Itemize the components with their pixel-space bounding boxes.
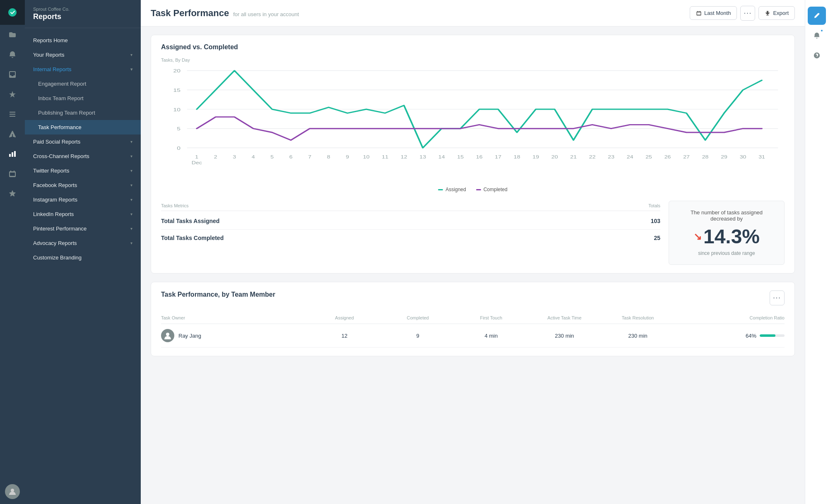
col-header-first-touch: First Touch: [455, 315, 528, 320]
nav-folder-icon[interactable]: [0, 25, 25, 45]
metric-assigned-name: Total Tasks Assigned: [161, 218, 219, 224]
metrics-header-right: Totals: [648, 203, 660, 208]
sidebar-item-paid-social[interactable]: Paid Social Reports ▾: [25, 134, 141, 149]
svg-text:31: 31: [758, 155, 765, 160]
sidebar-title: Reports: [33, 12, 132, 21]
sidebar-item-task-performance[interactable]: Task Performance: [25, 120, 141, 134]
sidebar-item-advocacy[interactable]: Advocacy Reports ▾: [25, 236, 141, 250]
ratio-value: 64%: [746, 333, 756, 339]
svg-text:16: 16: [476, 155, 483, 160]
cell-owner: Ray Jang: [161, 329, 308, 342]
sidebar-item-engagement-report[interactable]: Engagement Report: [25, 77, 141, 91]
right-panel-edit-button[interactable]: [808, 7, 826, 25]
svg-text:6: 6: [289, 155, 293, 160]
svg-point-43: [166, 333, 169, 336]
metrics-section: Tasks Metrics Totals Total Tasks Assigne…: [161, 201, 785, 265]
right-panel: [805, 0, 828, 504]
stat-percent-value: 14.3%: [703, 225, 760, 248]
cell-resolution: 230 min: [601, 333, 674, 339]
legend-completed: Completed: [476, 187, 508, 192]
top-bar-left: Task Performance for all users in your a…: [151, 8, 299, 19]
legend-assigned: Assigned: [438, 187, 466, 192]
svg-text:10: 10: [363, 155, 370, 160]
nav-star-icon[interactable]: [0, 184, 25, 204]
sidebar-item-linkedin[interactable]: LinkedIn Reports ▾: [25, 207, 141, 221]
user-avatar[interactable]: [5, 484, 20, 499]
sidebar-item-instagram[interactable]: Instagram Reports ▾: [25, 192, 141, 207]
ratio-progress-bar: [760, 334, 785, 337]
chart-legend: Assigned Completed: [161, 187, 785, 192]
col-header-ratio: Completion Ratio: [674, 315, 785, 320]
svg-text:0: 0: [177, 145, 181, 151]
col-header-owner: Task Owner: [161, 315, 308, 320]
svg-text:15: 15: [173, 87, 181, 93]
team-table-header: Task Owner Assigned Completed First Touc…: [161, 312, 785, 324]
team-more-options-button[interactable]: ···: [770, 290, 785, 305]
nav-chart-icon[interactable]: [0, 144, 25, 164]
svg-point-0: [11, 489, 14, 492]
svg-text:15: 15: [457, 155, 464, 160]
content-area: Assigned vs. Completed Tasks, By Day 0 5…: [141, 26, 805, 504]
stat-percent: ↘ 14.3%: [693, 225, 760, 248]
export-button[interactable]: Export: [758, 6, 795, 20]
svg-text:24: 24: [627, 155, 633, 160]
chevron-down-icon: ▾: [130, 212, 132, 216]
owner-name: Ray Jang: [178, 333, 201, 339]
right-panel-help-button[interactable]: [808, 46, 826, 65]
sidebar-item-reports-home[interactable]: Reports Home: [25, 33, 141, 48]
sidebar-nav: Reports Home Your Reports ▾ Internal Rep…: [25, 28, 141, 270]
nav-list-icon[interactable]: [0, 104, 25, 124]
svg-text:17: 17: [495, 155, 501, 160]
metric-assigned-value: 103: [651, 218, 660, 224]
svg-text:18: 18: [514, 155, 520, 160]
sidebar: Sprout Coffee Co. Reports Reports Home Y…: [25, 0, 141, 504]
export-label: Export: [773, 10, 789, 16]
sidebar-item-publishing-team-report[interactable]: Publishing Team Report: [25, 106, 141, 120]
more-icon: ···: [744, 10, 752, 17]
date-filter-button[interactable]: Last Month: [690, 6, 737, 20]
col-header-active-time: Active Task Time: [528, 315, 601, 320]
stat-label: The number of tasks assigned decreased b…: [677, 209, 776, 222]
chart-axis-label: Tasks, By Day: [161, 58, 785, 62]
svg-text:28: 28: [702, 155, 709, 160]
sidebar-internal-reports-header[interactable]: Internal Reports ▾: [25, 62, 141, 77]
nav-alert-icon[interactable]: [0, 45, 25, 65]
legend-completed-label: Completed: [484, 187, 508, 192]
svg-text:Dec: Dec: [192, 161, 202, 166]
nav-inbox-icon[interactable]: [0, 65, 25, 84]
chevron-down-icon: ▾: [130, 139, 132, 144]
cell-completed: 9: [381, 333, 455, 339]
sidebar-item-facebook[interactable]: Facebook Reports ▾: [25, 178, 141, 192]
more-options-button[interactable]: ···: [740, 6, 755, 21]
team-card-header: Task Performance, by Team Member ···: [161, 290, 785, 305]
sidebar-item-your-reports[interactable]: Your Reports ▾: [25, 48, 141, 62]
sidebar-item-cross-channel[interactable]: Cross-Channel Reports ▾: [25, 149, 141, 163]
chevron-down-icon: ▾: [130, 226, 132, 231]
sidebar-item-customize-branding[interactable]: Customize Branding: [25, 250, 141, 265]
legend-assigned-label: Assigned: [445, 187, 466, 192]
sidebar-header: Sprout Coffee Co. Reports: [25, 0, 141, 28]
svg-text:8: 8: [327, 155, 330, 160]
owner-avatar: [161, 329, 174, 342]
svg-text:9: 9: [346, 155, 349, 160]
nav-pin-icon[interactable]: [0, 84, 25, 104]
chevron-down-icon: ▾: [130, 183, 132, 187]
cell-first-touch: 4 min: [455, 333, 528, 339]
metric-row-assigned: Total Tasks Assigned 103: [161, 213, 660, 230]
svg-text:30: 30: [740, 155, 746, 160]
metrics-header-left: Tasks Metrics: [161, 203, 189, 208]
rail-bottom: [5, 484, 20, 504]
sidebar-item-twitter[interactable]: Twitter Reports ▾: [25, 163, 141, 178]
nav-send-icon[interactable]: [0, 124, 25, 144]
team-card-title: Task Performance, by Team Member: [161, 291, 275, 298]
right-panel-notifications-button[interactable]: [808, 26, 826, 45]
nav-calendar-icon[interactable]: [0, 164, 25, 184]
metric-completed-name: Total Tasks Completed: [161, 235, 224, 241]
svg-text:5: 5: [177, 126, 181, 132]
sidebar-item-pinterest[interactable]: Pinterest Performance ▾: [25, 221, 141, 236]
sidebar-item-inbox-team-report[interactable]: Inbox Team Report: [25, 91, 141, 106]
company-name: Sprout Coffee Co.: [33, 7, 132, 12]
chart-svg: 0 5 10 15 20 1 2 3 4 5 6 7 8 9 10 11: [161, 66, 785, 182]
svg-text:2: 2: [214, 155, 217, 160]
col-header-resolution: Task Resolution: [601, 315, 674, 320]
